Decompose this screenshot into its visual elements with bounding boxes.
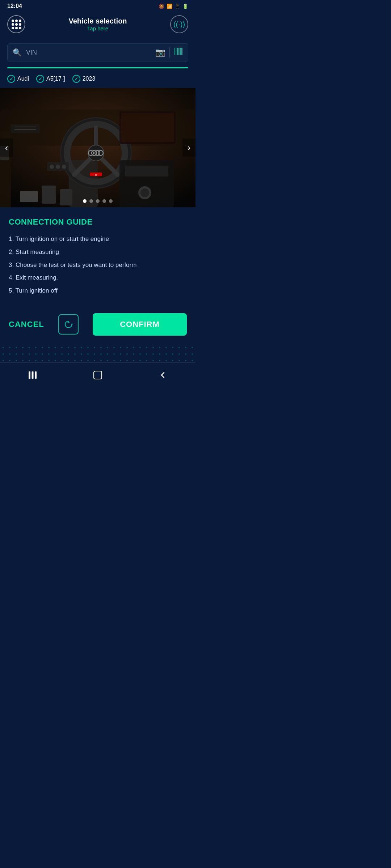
svg-point-29 xyxy=(140,188,149,197)
action-row: CANCEL CONFIRM xyxy=(0,302,196,344)
svg-rect-27 xyxy=(125,166,168,176)
svg-rect-34 xyxy=(121,113,174,142)
vin-input[interactable]: VIN xyxy=(26,49,151,56)
breadcrumb-make[interactable]: ✓ Audi xyxy=(7,75,29,83)
status-time: 12:04 xyxy=(7,3,22,9)
signal-icon: 📱 xyxy=(175,4,180,9)
status-icons: 🔕 📶 📱 🔋 xyxy=(159,4,188,9)
decorative-dots xyxy=(0,344,196,362)
guide-step-2: 2. Start measuring xyxy=(9,248,187,256)
wifi-icon: 📶 xyxy=(167,4,172,9)
refresh-button[interactable] xyxy=(58,314,79,335)
tap-here-label[interactable]: Tap here xyxy=(68,25,127,31)
guide-step-1: 1. Turn ignition on or start the engine xyxy=(9,235,187,243)
dot-3[interactable] xyxy=(96,199,100,203)
broadcast-icon: ((·)) xyxy=(173,20,185,29)
make-label: Audi xyxy=(17,76,29,82)
guide-step-3: 3. Choose the test or tests you want to … xyxy=(9,261,187,269)
cancel-button[interactable]: CANCEL xyxy=(9,316,44,333)
model-label: A5[17-] xyxy=(46,76,65,82)
status-bar: 12:04 🔕 📶 📱 🔋 xyxy=(0,0,196,12)
breadcrumb-model[interactable]: ✓ A5[17-] xyxy=(36,75,65,83)
carousel-prev-button[interactable]: ‹ xyxy=(0,139,13,157)
svg-rect-2 xyxy=(177,48,178,55)
back-button[interactable] xyxy=(152,368,174,382)
svg-rect-44 xyxy=(94,371,102,379)
svg-rect-5 xyxy=(181,48,182,55)
dot-5[interactable] xyxy=(109,199,113,203)
carousel-next-button[interactable]: › xyxy=(182,139,196,157)
year-check: ✓ xyxy=(72,75,80,83)
search-bar[interactable]: 🔍 VIN 📷 xyxy=(7,43,188,61)
carousel-dots xyxy=(83,199,113,203)
recents-button[interactable] xyxy=(22,368,43,382)
guide-step-5: 5. Turn ignition off xyxy=(9,286,187,295)
connection-guide: CONNECTION GUIDE 1. Turn ignition on or … xyxy=(0,207,196,302)
svg-rect-23 xyxy=(42,186,56,204)
page-title: Vehicle selection xyxy=(68,17,127,25)
svg-rect-24 xyxy=(60,189,72,205)
guide-steps: 1. Turn ignition on or start the engine … xyxy=(9,235,187,295)
car-interior-image: S xyxy=(0,88,196,207)
svg-rect-6 xyxy=(182,48,182,55)
svg-point-37 xyxy=(56,165,60,169)
home-button[interactable] xyxy=(87,368,109,382)
home-icon xyxy=(93,370,102,380)
breadcrumb-year[interactable]: ✓ 2023 xyxy=(72,75,96,83)
svg-point-16 xyxy=(88,145,104,161)
svg-rect-43 xyxy=(35,371,37,379)
svg-rect-25 xyxy=(20,191,38,202)
svg-rect-41 xyxy=(29,371,30,379)
dot-1[interactable] xyxy=(83,199,87,203)
menu-button[interactable] xyxy=(7,15,25,33)
svg-point-36 xyxy=(50,165,54,169)
search-icon: 🔍 xyxy=(13,48,22,57)
make-check: ✓ xyxy=(7,75,15,83)
nav-bar xyxy=(0,362,196,387)
guide-title: CONNECTION GUIDE xyxy=(9,217,187,227)
dot-2[interactable] xyxy=(89,199,93,203)
svg-rect-4 xyxy=(180,48,181,55)
svg-rect-30 xyxy=(11,124,40,133)
svg-point-38 xyxy=(62,165,66,169)
back-icon xyxy=(159,371,167,379)
search-section: 🔍 VIN 📷 xyxy=(0,38,196,64)
breadcrumb: ✓ Audi ✓ A5[17-] ✓ 2023 xyxy=(0,72,196,88)
dot-4[interactable] xyxy=(102,199,106,203)
confirm-button[interactable]: CONFIRM xyxy=(93,313,187,336)
svg-text:S: S xyxy=(95,174,97,176)
barcode-icon[interactable] xyxy=(174,47,183,58)
broadcast-button[interactable]: ((·)) xyxy=(170,15,188,33)
svg-rect-1 xyxy=(176,48,176,55)
svg-rect-3 xyxy=(178,48,179,55)
grid-icon xyxy=(12,20,21,29)
refresh-icon xyxy=(64,320,73,329)
recents-icon xyxy=(28,370,38,380)
svg-rect-0 xyxy=(175,48,175,55)
car-image-carousel: S ‹ › xyxy=(0,88,196,207)
year-label: 2023 xyxy=(83,76,96,82)
notification-icon: 🔕 xyxy=(159,4,164,9)
camera-icon[interactable]: 📷 xyxy=(155,48,165,57)
header-center: Vehicle selection Tap here xyxy=(68,17,127,31)
model-check: ✓ xyxy=(36,75,44,83)
guide-step-4: 4. Exit measuring. xyxy=(9,273,187,282)
divider xyxy=(169,47,170,58)
header: Vehicle selection Tap here ((·)) xyxy=(0,12,196,38)
svg-rect-42 xyxy=(32,371,34,379)
progress-bar xyxy=(7,67,188,68)
battery-icon: 🔋 xyxy=(182,4,188,9)
